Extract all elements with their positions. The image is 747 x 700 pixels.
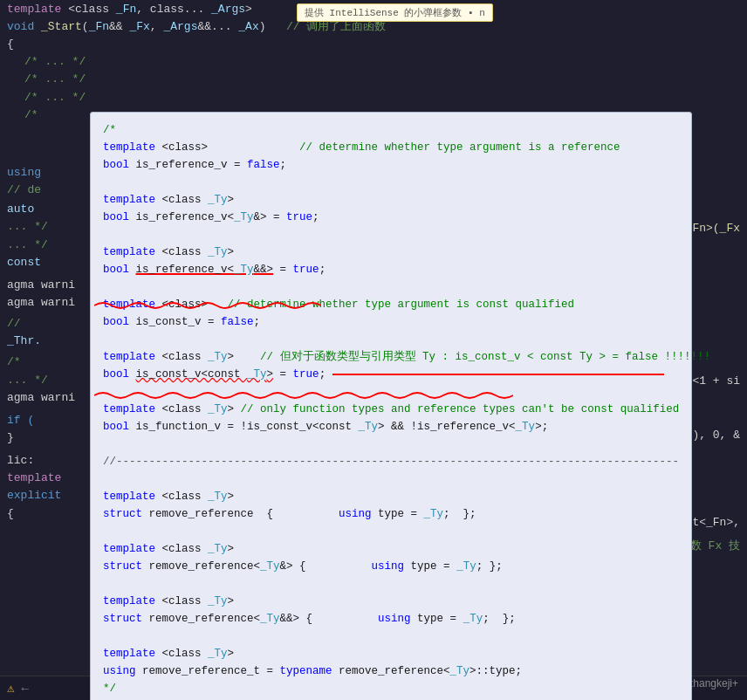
comment-block-3: /* ... */ <box>24 89 86 106</box>
code-editor: template <class _Fn, class... _Args> 提供 … <box>0 0 747 700</box>
popup-comment-start: /* <box>103 121 679 139</box>
popup-struct-2: struct remove_reference<_Ty&> { using ty… <box>103 558 679 575</box>
code-line-comment1: /* ... */ <box>0 53 747 71</box>
popup-blank-9 <box>103 575 679 593</box>
popup-bool-1: bool is_reference_v = false; <box>103 156 679 174</box>
popup-using-1: using remove_reference_t = typename remo… <box>103 662 679 680</box>
popup-struct-3: struct remove_reference<_Ty&&> { using t… <box>103 610 679 628</box>
code-line-comment3: /* ... */ <box>0 89 747 106</box>
fn-start: _Start <box>41 18 82 36</box>
popup-blank-10 <box>103 628 679 645</box>
comment-partial: /* <box>24 106 38 124</box>
kw-void: void <box>7 18 41 36</box>
code-tooltip-popup: /* template <class> // determine whether… <box>90 112 692 700</box>
comment-block-1: /* ... */ <box>24 53 86 71</box>
popup-template-9: template <class _Ty> <box>103 593 679 610</box>
code-line-comment2: /* ... */ <box>0 71 747 88</box>
popup-template-6: template <class _Ty> // only function ty… <box>103 401 679 418</box>
comment-block-2: /* ... */ <box>24 71 86 88</box>
popup-bool-2: bool is_reference_v<_Ty&> = true; <box>103 209 679 226</box>
popup-blank-2 <box>103 226 679 244</box>
popup-blank-3 <box>103 278 679 296</box>
open-brace: { <box>7 36 14 53</box>
popup-blank-6 <box>103 436 679 453</box>
popup-blank-7 <box>103 470 679 488</box>
popup-blank-4 <box>103 331 679 348</box>
code-line-brace: { <box>0 36 747 53</box>
popup-separator: //--------------------------------------… <box>103 453 679 470</box>
right-partial-code: Fn>(_Fx <1 + si ), 0, & t<_Fn>, 数 Fx 技 <box>690 220 740 555</box>
popup-template-7: template <class _Ty> <box>103 488 679 505</box>
popup-template-8: template <class _Ty> <box>103 540 679 558</box>
popup-struct-1: struct remove_reference { using type = _… <box>103 505 679 523</box>
popup-blank-1 <box>103 174 679 191</box>
popup-comment-end: */ <box>103 680 679 697</box>
top-template-params: <class _Fn, class... _Args> <box>68 3 252 16</box>
popup-bool-3: bool is_reference_v<_Ty&&> = true; <box>103 261 679 278</box>
popup-blank-8 <box>103 523 679 540</box>
popup-bool-4: bool is_const_v = false; <box>103 313 679 331</box>
top-template-keyword: template <box>7 3 68 16</box>
popup-template-3: template <class _Ty> <box>103 244 679 261</box>
popup-template-5-cn: template <class _Ty> // 但对于函数类型与引用类型 Ty … <box>103 348 679 366</box>
popup-template-1: template <class> // determine whether ty… <box>103 139 679 156</box>
intellisense-hint: 提供 IntelliSense 的小弹框参数 ▪ n <box>297 3 493 22</box>
back-arrow[interactable]: ← <box>21 682 28 696</box>
popup-template-4: template <class> // determine whether ty… <box>103 296 679 313</box>
left-partial-code: using // de auto ... */ ... */ const agm… <box>7 164 75 523</box>
popup-template-10: template <class _Ty> <box>103 645 679 662</box>
popup-bool-5: bool is_const_v<const _Ty> = true; <box>103 366 679 383</box>
popup-template-2: template <class _Ty> <box>103 191 679 209</box>
popup-blank-5 <box>103 383 679 401</box>
params: (_Fn&& _Fx, _Args&&... _Ax) <box>82 18 286 36</box>
popup-bool-6: bool is_function_v = !is_const_v<const _… <box>103 418 679 436</box>
warning-icon: ⚠ <box>7 681 14 696</box>
